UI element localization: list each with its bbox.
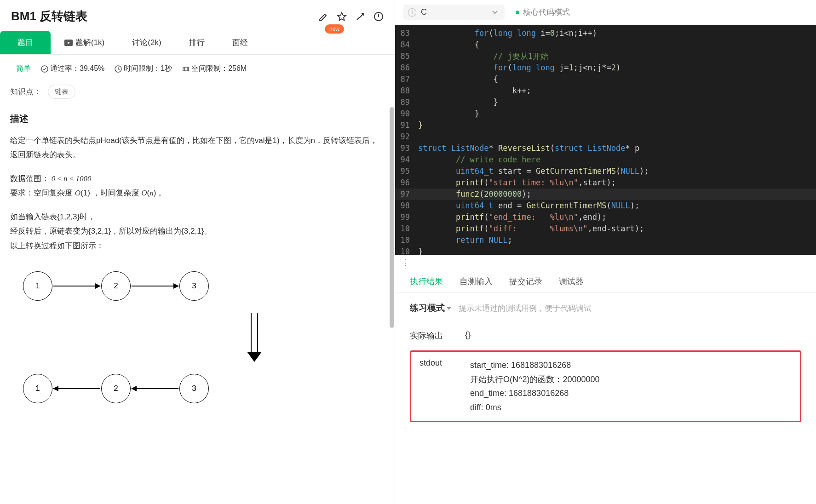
desc-p4: 如当输入链表{1,2,3}时，	[10, 210, 385, 224]
stdout-box: stdout start_time: 1681883016268开始执行O(N^…	[410, 350, 801, 422]
alert-icon[interactable]	[374, 11, 384, 22]
language-name: C	[421, 7, 427, 17]
node: 2	[101, 374, 131, 403]
arrow-left-icon	[53, 388, 100, 389]
stdout-content: start_time: 1681883016268开始执行O(N^2)的函数：2…	[470, 358, 792, 414]
node: 3	[179, 271, 209, 301]
tags-label: 知识点：	[10, 86, 41, 97]
play-icon	[64, 40, 73, 46]
pass-rate: 通过率：39.45%	[41, 64, 104, 74]
star-icon[interactable]	[337, 11, 347, 22]
code-mode: 核心代码模式	[516, 7, 570, 17]
tab-submit-history[interactable]: 提交记录	[509, 276, 542, 287]
space-limit: 空间限制：256M	[182, 64, 247, 74]
desc-range: 数据范围： 0 ≤ n ≤ 1000	[10, 172, 385, 186]
scrollbar[interactable]	[390, 107, 394, 328]
arrow-right-icon	[53, 286, 100, 286]
share-icon[interactable]	[355, 11, 365, 22]
tab-self-test[interactable]: 自测输入	[460, 276, 493, 287]
language-selector[interactable]: i C	[403, 5, 505, 20]
desc-p6: 以上转换过程如下图所示：	[10, 239, 385, 253]
tab-debugger[interactable]: 调试器	[559, 276, 584, 287]
node: 1	[23, 271, 52, 301]
dropdown-icon	[447, 307, 451, 310]
desc-p1: 给定一个单链表的头结点pHead(该头节点是有值的，比如在下图，它的val是1)…	[10, 133, 385, 162]
svg-rect-4	[183, 67, 189, 71]
info-icon: i	[408, 8, 416, 17]
code-editor[interactable]: 83 for(long long i=0;i<n;i++)84 {85 // j…	[395, 25, 816, 255]
node: 2	[101, 271, 131, 301]
node: 3	[179, 374, 209, 403]
arrow-left-icon	[132, 388, 178, 389]
practice-mode-label[interactable]: 练习模式	[410, 302, 451, 314]
description-heading: 描述	[10, 113, 385, 125]
difficulty-label: 简单	[10, 64, 31, 74]
problem-title: BM1 反转链表	[11, 8, 87, 24]
tab-rank[interactable]: 排行	[175, 31, 218, 54]
result-tabs: 执行结果 自测输入 提交记录 调试器	[395, 268, 816, 293]
practice-mode-desc: 提示未通过的测试用例，便于代码调试	[459, 303, 592, 314]
new-badge: new	[325, 24, 344, 34]
stdout-label: stdout	[419, 358, 470, 414]
diagram: 1 2 3 1 2 3	[10, 271, 385, 403]
status-dot-icon	[516, 11, 519, 14]
actual-output-label: 实际输出	[410, 330, 465, 341]
tab-interview[interactable]: 面经	[218, 31, 262, 54]
more-icon[interactable]: ⋮	[395, 258, 816, 268]
edit-icon[interactable]	[318, 11, 328, 22]
problem-tabs: 题目 题解(1k) 讨论(2k) 排行 面经 new	[0, 31, 395, 55]
tab-exec-result[interactable]: 执行结果	[410, 276, 443, 287]
desc-req: 要求：空间复杂度 O(1) ，时间复杂度 O(n) 。	[10, 186, 385, 200]
tab-discuss[interactable]: 讨论(2k)	[118, 31, 175, 54]
double-arrow-down-icon	[124, 313, 385, 362]
tab-solution[interactable]: 题解(1k)	[51, 31, 118, 54]
problem-content: 简单 通过率：39.45% 时间限制：1秒 空间限制：256M 知识点： 链表 …	[0, 55, 395, 504]
chevron-down-icon	[492, 9, 498, 16]
actual-output-value: {}	[465, 330, 471, 341]
tab-problem[interactable]: 题目	[0, 31, 51, 54]
desc-p5: 经反转后，原链表变为{3,2,1}，所以对应的输出为{3,2,1}。	[10, 224, 385, 238]
arrow-right-icon	[132, 286, 178, 286]
time-limit: 时间限制：1秒	[115, 64, 172, 74]
tag-item[interactable]: 链表	[48, 85, 75, 99]
node: 1	[23, 374, 52, 403]
